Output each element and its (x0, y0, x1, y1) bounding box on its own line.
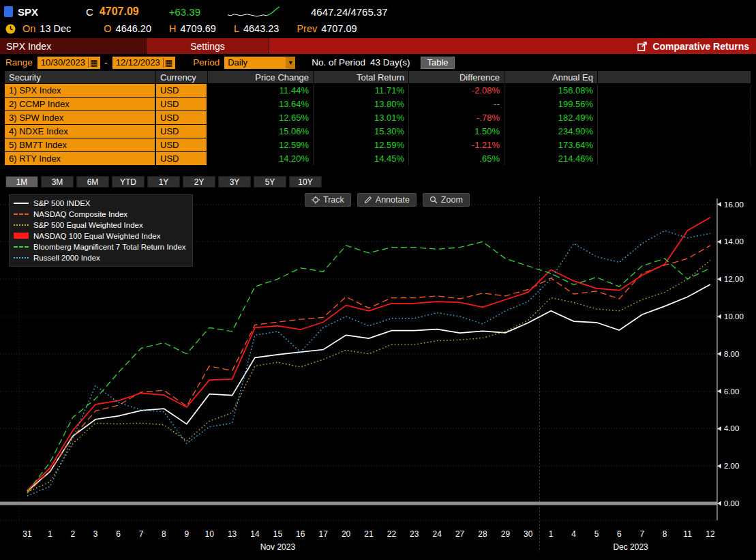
col-price-change: Price Change (208, 71, 314, 83)
total-return-cell: 12.59% (314, 138, 409, 151)
table-row[interactable]: 2) CCMP IndexUSD13.64%13.80%--199.56% (5, 98, 751, 110)
period-select[interactable]: Daily ▾ (224, 57, 295, 69)
legend-item[interactable]: NASDAQ 100 Equal Weighted Index (14, 231, 186, 240)
security-cell: 3) SPW Index (5, 111, 156, 124)
svg-text:2.00: 2.00 (724, 462, 739, 470)
svg-text:14: 14 (250, 529, 260, 539)
quote-row-1: SPX C 4707.09 +63.39 4647.24/4765.37 (0, 0, 756, 20)
ticker-symbol: SPX (18, 6, 38, 18)
range-button-3m[interactable]: 3M (41, 176, 74, 188)
table-row[interactable]: 3) SPW IndexUSD12.65%13.01%-.78%182.49% (5, 111, 751, 124)
close-label: C (86, 6, 93, 18)
difference-cell: 1.50% (409, 125, 504, 138)
range-start-input[interactable]: 10/30/2023 ▦ (37, 57, 100, 69)
range-button-ytd[interactable]: YTD (112, 176, 145, 188)
legend-swatch-icon (14, 246, 29, 248)
series-line (27, 246, 710, 493)
currency-cell: USD (156, 152, 208, 165)
annual-eq-cell: 156.08% (504, 84, 598, 97)
annotate-button[interactable]: Annotate (357, 193, 417, 207)
prev-label: Prev (297, 23, 317, 34)
comparative-returns-title[interactable]: Comparative Returns (637, 38, 749, 54)
table-row[interactable]: 6) RTY IndexUSD14.20%14.45%.65%214.46% (5, 152, 751, 165)
filler-cell (598, 98, 751, 110)
calendar-icon[interactable]: ▦ (88, 58, 99, 68)
legend-item[interactable]: NASDAQ Composite Index (14, 209, 186, 218)
table-row[interactable]: 4) NDXE IndexUSD15.06%15.30%1.50%234.90% (5, 125, 751, 138)
legend-swatch-icon (14, 213, 29, 215)
legend-item[interactable]: Russell 2000 Index (14, 253, 186, 262)
track-button[interactable]: Track (305, 193, 351, 207)
svg-text:12: 12 (706, 529, 715, 539)
quote-row-2: On 13 Dec O 4646.20 H 4709.69 L 4643.23 … (0, 20, 756, 37)
svg-text:31: 31 (22, 529, 32, 539)
currency-cell: USD (156, 111, 208, 124)
legend-item[interactable]: S&P 500 Equal Weighted Index (14, 220, 186, 229)
security-cell: 6) RTY Index (5, 152, 156, 165)
period-value: Daily (228, 57, 247, 68)
svg-text:5: 5 (594, 529, 599, 539)
price-change-cell: 12.59% (208, 138, 314, 151)
range-button-6m[interactable]: 6M (76, 176, 109, 188)
svg-text:14.00: 14.00 (724, 237, 744, 246)
table-body: 1) SPX IndexUSD11.44%11.71%-2.08%156.08%… (5, 84, 751, 165)
range-button-5y[interactable]: 5Y (254, 176, 286, 188)
range-button-1m[interactable]: 1M (5, 176, 38, 188)
intraday-sparkline (226, 5, 281, 18)
range-button-2y[interactable]: 2Y (183, 176, 215, 188)
svg-text:8: 8 (162, 529, 166, 539)
svg-text:1: 1 (48, 529, 52, 539)
col-difference: Difference (409, 71, 504, 83)
difference-cell: -2.08% (409, 84, 504, 97)
table-button[interactable]: Table (421, 57, 454, 69)
svg-text:17: 17 (319, 529, 329, 539)
comparative-returns-label: Comparative Returns (652, 41, 749, 52)
calendar-icon[interactable]: ▦ (163, 58, 174, 68)
function-tab-bar: SPX Index Settings Comparative Returns (0, 38, 756, 54)
tab-settings[interactable]: Settings (147, 38, 269, 54)
svg-text:6: 6 (116, 529, 121, 539)
svg-text:11: 11 (683, 529, 692, 539)
table-row[interactable]: 5) BM7T IndexUSD12.59%12.59%-1.21%173.64… (5, 138, 751, 151)
svg-text:29: 29 (501, 529, 511, 539)
range-end-value: 12/12/2023 (116, 57, 160, 68)
annual-eq-cell: 173.64% (504, 138, 598, 151)
legend-label: NASDAQ Composite Index (33, 210, 127, 218)
table-header-row: Security Currency Price Change Total Ret… (5, 71, 751, 83)
price-change-cell: 13.64% (208, 98, 314, 110)
legend-swatch-icon (14, 203, 29, 204)
range-dash: - (104, 57, 108, 68)
track-label: Track (323, 195, 344, 205)
panel-indicator-icon (4, 6, 13, 17)
svg-text:8: 8 (663, 529, 667, 539)
svg-text:7: 7 (139, 529, 144, 539)
quote-header: SPX C 4707.09 +63.39 4647.24/4765.37 On … (0, 0, 756, 38)
range-button-10y[interactable]: 10Y (289, 176, 322, 188)
legend-item[interactable]: S&P 500 INDEX (14, 198, 186, 207)
crosshair-icon (312, 196, 320, 204)
legend-swatch-icon (14, 224, 29, 226)
col-annual-eq: Annual Eq (504, 71, 598, 83)
svg-text:4: 4 (571, 529, 576, 539)
zoom-button[interactable]: Zoom (423, 193, 470, 207)
no-of-period-label: No. of Period (312, 57, 365, 68)
price-change-cell: 14.20% (208, 152, 314, 165)
filler-cell (598, 84, 751, 97)
svg-text:2: 2 (70, 529, 75, 539)
annual-eq-cell: 182.49% (504, 111, 598, 124)
range-end-input[interactable]: 12/12/2023 ▦ (112, 57, 175, 69)
difference-cell: -1.21% (409, 138, 504, 151)
legend-item[interactable]: Bloomberg Magnificent 7 Total Return Ind… (14, 242, 186, 251)
range-label: Range (5, 57, 33, 68)
quote-date: 13 Dec (40, 23, 71, 34)
svg-text:24: 24 (433, 529, 442, 539)
svg-text:1: 1 (549, 529, 554, 539)
range-button-1y[interactable]: 1Y (147, 176, 180, 188)
svg-text:9: 9 (184, 529, 189, 539)
table-row[interactable]: 1) SPX IndexUSD11.44%11.71%-2.08%156.08% (5, 84, 751, 97)
range-button-3y[interactable]: 3Y (218, 176, 251, 188)
total-return-cell: 13.01% (314, 111, 409, 124)
tab-spx-index[interactable]: SPX Index (0, 38, 147, 54)
svg-text:15: 15 (273, 529, 283, 539)
filler-cell (598, 138, 751, 151)
